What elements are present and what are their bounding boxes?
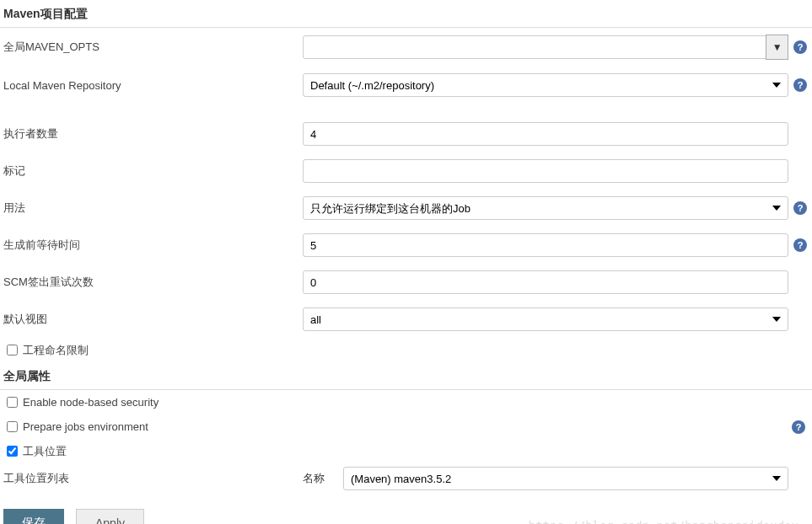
input-global-maven-opts[interactable] (303, 35, 766, 59)
row-default-view: 默认视图 all (0, 301, 812, 338)
global-section-header: 全局属性 (0, 364, 812, 390)
row-node-security: Enable node-based security (0, 390, 812, 414)
label-usage: 用法 (3, 201, 303, 216)
label-global-maven-opts: 全局MAVEN_OPTS (3, 40, 303, 55)
help-icon[interactable]: ? (793, 78, 807, 92)
label-local-repo: Local Maven Repository (3, 79, 303, 92)
maven-section-header: Maven项目配置 (0, 2, 812, 28)
label-quiet-period: 生成前等待时间 (3, 238, 303, 253)
checkbox-node-security[interactable] (7, 397, 18, 408)
row-naming-restriction: 工程命名限制 (0, 338, 812, 362)
checkbox-prepare-env[interactable] (7, 421, 18, 432)
label-naming-restriction: 工程命名限制 (23, 343, 89, 358)
row-local-repo: Local Maven Repository Default (~/.m2/re… (0, 67, 812, 104)
row-labels: 标记 (0, 152, 812, 190)
row-global-maven-opts: 全局MAVEN_OPTS ▼ ? (0, 28, 812, 67)
button-bar: 保存 Apply (0, 497, 812, 524)
help-icon[interactable]: ? (792, 420, 805, 434)
label-labels: 标记 (3, 163, 303, 179)
label-scm-retry: SCM签出重试次数 (3, 275, 303, 290)
select-default-view[interactable]: all (303, 307, 788, 331)
select-usage[interactable]: 只允许运行绑定到这台机器的Job (303, 196, 788, 220)
apply-button[interactable]: Apply (76, 509, 144, 524)
row-executor-count: 执行者数量 (0, 115, 812, 152)
row-quiet-period: 生成前等待时间 ? (0, 227, 812, 264)
input-quiet-period[interactable] (303, 233, 788, 257)
label-executor-count: 执行者数量 (3, 126, 303, 142)
label-prepare-env: Prepare jobs environment (23, 420, 148, 433)
label-tool-name: 名称 (303, 471, 343, 486)
help-icon[interactable]: ? (793, 40, 807, 54)
input-scm-retry[interactable] (303, 270, 788, 294)
row-tool-location: 工具位置 (0, 439, 812, 463)
label-default-view: 默认视图 (3, 312, 303, 327)
input-executor-count[interactable] (303, 122, 788, 146)
row-tool-location-list: 工具位置列表 名称 (Maven) maven3.5.2 (0, 463, 812, 497)
row-usage: 用法 只允许运行绑定到这台机器的Job ? (0, 190, 812, 227)
help-icon[interactable]: ? (793, 238, 807, 252)
dropdown-toggle-maven-opts[interactable]: ▼ (766, 35, 788, 60)
save-button[interactable]: 保存 (3, 509, 64, 524)
label-node-security: Enable node-based security (23, 396, 159, 409)
checkbox-naming-restriction[interactable] (7, 345, 18, 356)
select-local-repo[interactable]: Default (~/.m2/repository) (303, 73, 788, 97)
help-icon[interactable]: ? (793, 201, 807, 215)
label-tool-location: 工具位置 (23, 444, 67, 459)
select-tool-name[interactable]: (Maven) maven3.5.2 (343, 467, 788, 490)
row-prepare-env: Prepare jobs environment ? (0, 414, 812, 439)
label-tool-location-list: 工具位置列表 (3, 471, 303, 486)
checkbox-tool-location[interactable] (7, 446, 18, 457)
input-labels[interactable] (303, 159, 788, 183)
row-scm-retry: SCM签出重试次数 (0, 264, 812, 301)
